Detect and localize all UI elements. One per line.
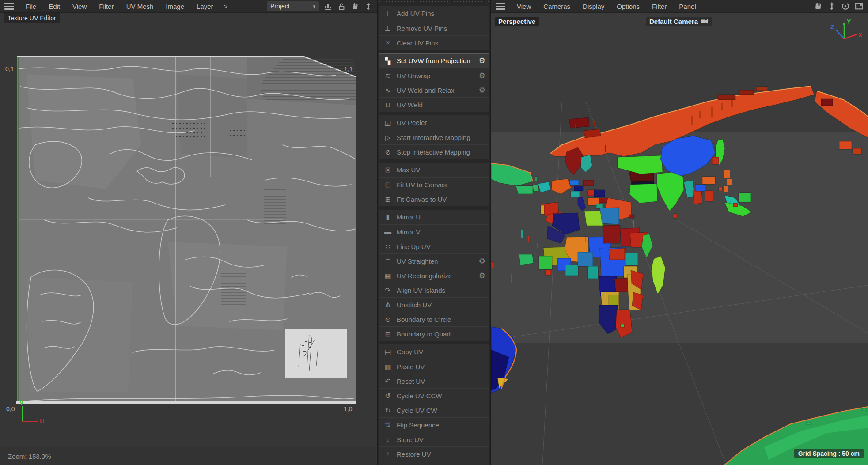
uv-menu-file[interactable]: File [19, 3, 42, 10]
viewport-menu-cameras[interactable]: Cameras [537, 3, 576, 10]
command-mirror-u[interactable]: ▮Mirror U [379, 210, 489, 224]
orbit-icon[interactable] [841, 2, 850, 11]
command-group: ⊠Max UV⊡Fit UV to Canvas⊞Fit Canvas to U… [379, 163, 489, 206]
command-uv-unwrap[interactable]: ≋UV Unwrap⚙ [379, 68, 489, 83]
command-uv-peeler[interactable]: ◱UV Peeler [379, 115, 489, 130]
perspective-viewport-panel: ViewCamerasDisplayOptionsFilterPanel [491, 0, 868, 465]
viewport-menu-display[interactable]: Display [576, 3, 610, 10]
command-label: Paste UV [397, 363, 489, 370]
command-label: UV Weld [397, 101, 489, 109]
command-label: Clear UV Pins [397, 39, 489, 47]
fit-uv-canvas-icon: ⊡ [383, 181, 393, 189]
viewport-menu-view[interactable]: View [511, 3, 537, 10]
gear-icon[interactable]: ⚙ [479, 257, 485, 266]
page-title: Texture UV Editor [4, 13, 60, 23]
command-align-uv-islands[interactable]: ↷Align UV Islands [379, 283, 489, 297]
axis-gizmo: Z Y X [829, 18, 863, 45]
command-line-up-uv[interactable]: ∷Line Up UV [379, 239, 489, 253]
command-group: ◱UV Peeler▷Start Interactive Mapping⊘Sto… [379, 115, 489, 159]
command-flip-sequence[interactable]: ⇅Flip Sequence [379, 417, 489, 432]
cycle-ccw-icon: ↺ [383, 392, 393, 400]
uv-label-11: 1,1 [344, 65, 353, 72]
command-boundary-to-circle[interactable]: ⊙Boundary to Circle [379, 312, 489, 326]
command-add-uv-pins[interactable]: ⊺Add UV Pins [379, 6, 489, 21]
command-cycle-uv-cw[interactable]: ↻Cycle UV CW [379, 403, 489, 417]
viewport-menu-panel[interactable]: Panel [673, 3, 702, 10]
command-label: Align UV Islands [397, 287, 489, 294]
command-restore-uv[interactable]: ↑Restore UV [379, 446, 489, 461]
command-clear-uv-pins[interactable]: ×Clear UV Pins [379, 35, 489, 50]
uv-menu-edit[interactable]: Edit [42, 3, 66, 10]
command-unstitch-uv[interactable]: ⋔Unstitch UV [379, 297, 489, 312]
command-copy-uv[interactable]: ▤Copy UV [379, 344, 489, 359]
3d-scene[interactable] [491, 12, 868, 465]
maximize-view-icon[interactable] [855, 2, 864, 11]
cycle-cw-icon: ↻ [383, 406, 393, 415]
uv-menu-filter[interactable]: Filter [93, 3, 120, 10]
viewport-canvas[interactable]: Perspective Default Camera Z Y X Grid Sp… [491, 12, 868, 465]
command-label: Flip Sequence [397, 421, 489, 429]
command-label: Line Up UV [397, 243, 489, 250]
command-set-uvw-from-projection[interactable]: ▚Set UVW from Projection⚙ [379, 53, 489, 68]
command-paste-uv[interactable]: ▥Paste UV [379, 359, 489, 374]
texture-uv-editor-panel: FileEditViewFilterUV MeshImageLayer > Pr… [0, 0, 378, 465]
unlock-icon[interactable] [337, 2, 346, 11]
copy-icon: ▤ [383, 348, 393, 356]
command-uv-weld-and-relax[interactable]: ∿UV Weld and Relax⚙ [379, 83, 489, 97]
command-uv-rectangularize[interactable]: ▦UV Rectangularize⚙ [379, 268, 489, 283]
gear-icon[interactable]: ⚙ [479, 271, 485, 280]
viewport-menu: ViewCamerasDisplayOptionsFilterPanel [511, 3, 702, 10]
gear-icon[interactable]: ⚙ [479, 86, 485, 95]
command-stop-interactive-mapping[interactable]: ⊘Stop Interactive Mapping [379, 144, 489, 159]
camera-selector[interactable]: Default Camera [646, 17, 712, 26]
command-fit-uv-to-canvas[interactable]: ⊡Fit UV to Canvas [379, 177, 489, 192]
vertical-move-icon[interactable] [827, 2, 836, 11]
menu-icon[interactable] [4, 3, 14, 10]
gear-icon[interactable]: ⚙ [479, 71, 485, 80]
command-uv-weld[interactable]: ⊔UV Weld [379, 97, 489, 112]
command-cycle-uv-ccw[interactable]: ↺Cycle UV CCW [379, 388, 489, 403]
zoom-status: Zoom: 153.0% [8, 453, 51, 460]
uv-editor-toolbar [324, 2, 372, 11]
command-boundary-to-quad[interactable]: ⊟Boundary to Quad [379, 326, 489, 341]
command-remap[interactable]: ↯Remap... [379, 461, 489, 465]
viewport-menu-options[interactable]: Options [610, 3, 646, 10]
viewport-menu-filter[interactable]: Filter [646, 3, 673, 10]
pan-hand-icon[interactable] [814, 2, 823, 11]
boundary-circle-icon: ⊙ [383, 315, 393, 324]
peeler-icon: ◱ [383, 118, 393, 127]
uv-menu-uv-mesh[interactable]: UV Mesh [120, 3, 160, 10]
command-fit-canvas-to-uv[interactable]: ⊞Fit Canvas to UV [379, 192, 489, 206]
menu-icon[interactable] [496, 3, 505, 10]
command-uv-straighten[interactable]: ≡UV Straighten⚙ [379, 253, 489, 268]
project-dropdown-value: Project [270, 3, 290, 10]
panel-grip-handle[interactable] [379, 1, 489, 5]
command-max-uv[interactable]: ⊠Max UV [379, 163, 489, 177]
uv-canvas[interactable]: Texture UV Editor [0, 12, 376, 465]
gear-icon[interactable]: ⚙ [479, 56, 485, 65]
uv-menu-view[interactable]: View [66, 3, 93, 10]
command-start-interactive-mapping[interactable]: ▷Start Interactive Mapping [379, 130, 489, 144]
command-store-uv[interactable]: ↓Store UV [379, 432, 489, 446]
mirror-u-icon: ▮ [383, 213, 393, 221]
pin-add-icon: ⊺ [383, 9, 393, 18]
uv-menu-layer[interactable]: Layer [190, 3, 220, 10]
command-label: UV Unwrap [397, 72, 479, 79]
command-mirror-v[interactable]: ▬Mirror V [379, 224, 489, 239]
viewport-toolbar [814, 2, 864, 11]
mirror-v-icon: ▬ [383, 228, 393, 236]
menu-overflow-chevron-icon[interactable]: > [220, 3, 232, 10]
command-remove-uv-pins[interactable]: ⊥Remove UV Pins [379, 21, 489, 35]
uv-menu-image[interactable]: Image [159, 3, 190, 10]
pan-hand-icon[interactable] [351, 2, 359, 11]
histogram-icon[interactable] [324, 2, 333, 11]
project-dropdown[interactable]: Project ▾ [267, 1, 319, 11]
max-uv-icon: ⊠ [383, 166, 393, 174]
command-reset-uv[interactable]: ↶Reset UV [379, 374, 489, 388]
uv-map-wireframe[interactable] [0, 12, 376, 465]
command-group: ▤Copy UV▥Paste UV↶Reset UV↺Cycle UV CCW↻… [379, 344, 489, 465]
command-label: Copy UV [397, 348, 489, 355]
command-label: Boundary to Circle [397, 316, 489, 323]
vertical-move-icon[interactable] [364, 2, 372, 11]
play-icon: ▷ [383, 133, 393, 142]
